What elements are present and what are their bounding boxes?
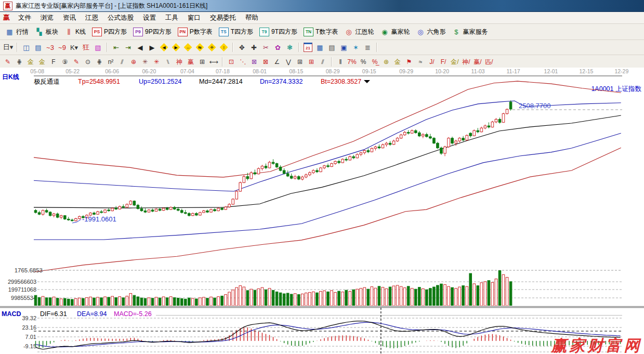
bars-tool-icon[interactable]: ⫴ xyxy=(335,57,346,67)
shift-right-diamond-icon[interactable]: ▶ xyxy=(170,42,181,53)
kline-style-dropdown-icon[interactable]: 日▾ xyxy=(3,42,14,53)
menu-item-8[interactable]: 交易委托 xyxy=(206,12,240,23)
wave-3-icon[interactable]: ~3 xyxy=(45,42,56,53)
sectors-button[interactable]: ▚板块 xyxy=(32,24,61,40)
winner-service-button[interactable]: $赢家服务 xyxy=(449,24,491,40)
t-square-button[interactable]: TST四方形 xyxy=(216,24,256,40)
menu-item-6[interactable]: 工具 xyxy=(161,12,182,23)
wave-9-icon[interactable]: ~9 xyxy=(57,42,68,53)
f-angle-icon[interactable]: F/ xyxy=(438,57,449,67)
network-icon[interactable]: ✶ xyxy=(350,42,361,53)
mirror-angle-icon[interactable]: ⫽ xyxy=(117,57,127,67)
spiral-9-icon[interactable]: ⑨ xyxy=(60,57,70,67)
menu-item-0[interactable]: 文件 xyxy=(14,12,35,23)
pi-angle-icon[interactable]: 匹/ xyxy=(484,57,494,67)
n-square-icon[interactable]: n² xyxy=(106,57,116,67)
vertical-diamond-icon[interactable]: ↕ xyxy=(218,42,229,53)
grid-black-icon[interactable]: ⊞ xyxy=(295,57,305,67)
bar-pair-icon[interactable]: ⑊ xyxy=(163,57,173,67)
spider-web-red-icon[interactable]: ✳ xyxy=(151,57,162,67)
center-diamond-icon[interactable]: ✛ xyxy=(206,42,217,53)
hash-grid-icon[interactable]: ⋕ xyxy=(94,57,104,67)
gold-grid-icon[interactable]: 金 xyxy=(25,57,36,67)
pencil-draw-icon[interactable]: ✎ xyxy=(3,57,13,67)
computer-icon[interactable]: ≣ xyxy=(362,42,373,53)
shen-grid-icon[interactable]: 神 xyxy=(174,57,185,67)
pencil-angle-icon[interactable]: ✎ xyxy=(71,57,82,67)
fan-box-red-icon[interactable]: ⊠ xyxy=(260,57,271,67)
notes-icon[interactable]: ▤ xyxy=(326,42,337,53)
crosshair-icon[interactable]: ✚ xyxy=(248,42,259,53)
menu-item-7[interactable]: 窗口 xyxy=(183,12,205,23)
volume-bar xyxy=(356,289,359,306)
info-doc-icon[interactable]: ▤ xyxy=(33,42,44,53)
number-grid-icon[interactable]: ⊞ xyxy=(197,57,207,67)
winner-wheel-button[interactable]: ◉赢家轮 xyxy=(377,24,413,40)
menu-item-4[interactable]: 公式选股 xyxy=(103,12,138,23)
calendar-icon[interactable]: 21 xyxy=(303,42,313,53)
percent-icon[interactable]: % xyxy=(358,57,369,67)
p-number-button[interactable]: PNP数字表 xyxy=(175,24,216,40)
hexagon-button[interactable]: ◎六角形 xyxy=(413,24,449,40)
ying-angle-icon[interactable]: 赢/ xyxy=(472,57,483,67)
clock-circle-icon[interactable]: ⊙ xyxy=(83,57,93,67)
spider-web-icon[interactable]: ✳ xyxy=(140,57,150,67)
prev-bar-icon[interactable]: ◀ xyxy=(135,42,146,53)
width-arrows-icon[interactable]: ⟷ xyxy=(208,57,219,67)
pattern-box-icon[interactable]: 狂 xyxy=(81,42,91,53)
scissors-icon[interactable]: ✂ xyxy=(260,42,271,53)
p-square-button[interactable]: PSP四方形 xyxy=(89,24,130,40)
calculator-icon[interactable]: ▦ xyxy=(314,42,325,53)
gold-circle-icon[interactable]: ⊛ xyxy=(381,57,391,67)
volume-bar xyxy=(140,298,143,306)
menu-item-3[interactable]: 江恩 xyxy=(81,12,102,23)
pan-hand-icon[interactable]: ✥ xyxy=(236,42,247,53)
shift-left-diamond-icon[interactable]: ◀ xyxy=(159,42,169,53)
menu-item-2[interactable]: 资讯 xyxy=(59,12,80,23)
candle-flag-icon[interactable]: ⚑ xyxy=(404,57,414,67)
gann-shape-icon[interactable]: ✿ xyxy=(272,42,283,53)
volume-bar xyxy=(115,298,117,306)
percent-line-icon[interactable]: %̲ xyxy=(370,57,380,67)
check-lines-icon[interactable]: ⋁ xyxy=(283,57,294,67)
t-number-button[interactable]: TNT数字表 xyxy=(300,24,341,40)
p9-square-button[interactable]: P99P四方形 xyxy=(130,24,175,40)
first-page-icon[interactable]: ⇤ xyxy=(111,42,122,53)
slash-lines-icon[interactable]: ⫽ xyxy=(318,57,328,67)
j-angle-icon[interactable]: J/ xyxy=(427,57,437,67)
compress-diamond-icon[interactable]: ⇆ xyxy=(194,42,205,53)
fan-box-icon[interactable]: ⊠ xyxy=(249,57,259,67)
percent-7-icon[interactable]: 7% xyxy=(347,57,357,67)
expand-diamond-icon[interactable]: ↔ xyxy=(182,42,193,53)
color-chart-icon[interactable]: ▧ xyxy=(93,42,103,53)
quotes-button[interactable]: ▦行情 xyxy=(2,24,32,40)
zoom-window-icon[interactable]: ◫ xyxy=(21,42,32,53)
fractal-icon[interactable]: ❃ xyxy=(284,42,295,53)
menu-item-5[interactable]: 设置 xyxy=(139,12,160,23)
gold-angle-icon[interactable]: 金/ xyxy=(450,57,460,67)
ying-grid-icon[interactable]: 赢 xyxy=(186,57,196,67)
box-tool-icon[interactable]: ⊡ xyxy=(226,57,236,67)
candle-body xyxy=(367,151,370,152)
grid-lines-icon[interactable]: ⋕ xyxy=(14,57,24,67)
shen-angle-icon[interactable]: 神/ xyxy=(461,57,471,67)
kline-button[interactable]: ⫼K线 xyxy=(61,24,89,40)
t9-square-button[interactable]: T99T四方形 xyxy=(256,24,300,40)
compass-cross-icon[interactable]: ⊕ xyxy=(128,57,139,67)
grid-red-icon[interactable]: ⊞ xyxy=(306,57,317,67)
gann-wheel-button[interactable]: ◎江恩轮 xyxy=(341,24,377,40)
menu-item-1[interactable]: 浏览 xyxy=(36,12,58,23)
wave-tool-icon[interactable]: ≈ xyxy=(415,57,426,67)
gold-line-icon[interactable]: 金 xyxy=(392,57,403,67)
fan-lines-icon[interactable]: ⋱ xyxy=(238,57,248,67)
save-icon[interactable]: ▣ xyxy=(338,42,349,53)
next-bar-icon[interactable]: ▶ xyxy=(147,42,157,53)
gold-grid2-icon[interactable]: 金 xyxy=(37,57,47,67)
candle-type-dropdown-icon[interactable]: K▾ xyxy=(69,42,80,53)
last-page-icon[interactable]: ⇥ xyxy=(123,42,134,53)
menu-item-9[interactable]: 帮助 xyxy=(241,12,262,23)
chart-canvas[interactable]: 05-0805-2206-0606-2007-0407-1808-0108-15… xyxy=(0,68,644,354)
title-bar[interactable]: 赢 赢家江恩专业版[赢家内部服务平台] - [上证指数 SH1A0001-161… xyxy=(0,0,644,12)
angle-line-icon[interactable]: ∠ xyxy=(272,57,282,67)
f-grid-icon[interactable]: F xyxy=(48,57,59,67)
